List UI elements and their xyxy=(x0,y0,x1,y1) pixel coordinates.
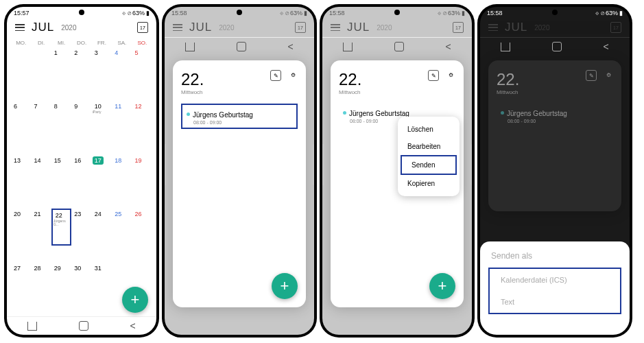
settings-icon[interactable]: ⚙ xyxy=(446,70,455,80)
note-icon[interactable]: ✎ xyxy=(428,70,439,81)
send-as-sheet: Senden als Kalenderdatei (ICS) Text xyxy=(480,241,630,335)
nav-recent[interactable] xyxy=(27,322,37,331)
menu-icon[interactable] xyxy=(15,24,25,31)
today-icon[interactable]: 17 xyxy=(137,22,148,33)
settings-icon[interactable]: ⚙ xyxy=(288,70,298,80)
phone-screen-1: 15:57 ⟐ ⊘ 63%▮ JUL 2020 17 MO.DI.MI.DO.F… xyxy=(4,4,159,338)
phone-screen-3: 15:58⟐ ⊘ 63%▮ JUL202017 22.Mittwoch ✎⚙ J… xyxy=(320,4,475,338)
color-dot-icon xyxy=(187,113,190,116)
menu-delete[interactable]: Löschen xyxy=(398,121,460,138)
menu-edit[interactable]: Bearbeiten xyxy=(398,138,460,155)
menu-copy[interactable]: Kopieren xyxy=(398,175,460,192)
year-label: 2020 xyxy=(61,24,76,32)
context-menu: Löschen Bearbeiten Senden Kopieren xyxy=(398,117,460,196)
nav-back[interactable]: < xyxy=(130,320,135,331)
nav-bar: < xyxy=(7,316,156,335)
selected-day-22[interactable]: 22Jürgens G... xyxy=(51,209,71,246)
nav-home[interactable] xyxy=(79,321,88,331)
note-icon[interactable]: ✎ xyxy=(270,70,281,81)
calendar-header: JUL 2020 17 xyxy=(7,16,156,37)
day-card-dim: 22.Mittwoch ✎⚙ Jürgens Geburtstag 08:00 … xyxy=(488,60,621,211)
add-event-fab[interactable]: + xyxy=(272,273,298,299)
add-event-fab[interactable]: + xyxy=(122,287,148,313)
add-event-fab[interactable]: + xyxy=(429,273,455,299)
day-card: 22.Mittwoch ✎⚙ Jürgens Geburtstag 08:00 … xyxy=(173,60,306,307)
weekday-row: MO.DI.MI.DO.FR.SA.SO. xyxy=(7,37,156,47)
month-label[interactable]: JUL xyxy=(32,21,54,34)
menu-send-highlighted[interactable]: Senden xyxy=(401,155,457,175)
sheet-title: Senden als xyxy=(480,251,630,268)
day-number: 22. xyxy=(181,70,204,89)
calendar-grid[interactable]: 12345 678910iParty1112 13141516171819 20… xyxy=(7,47,156,316)
phone-screen-4: 15:58⟐ ⊘ 63%▮ JUL202017 22.Mittwoch ✎⚙ J… xyxy=(477,4,632,338)
phone-screen-2: 15:58⟐ ⊘ 63%▮ JUL202017 22.Mittwoch ✎⚙ J… xyxy=(162,4,317,338)
event-item-highlighted[interactable]: Jürgens Geburtstag 08:00 - 09:00 xyxy=(181,104,298,129)
option-text[interactable]: Text xyxy=(490,291,620,313)
option-ics[interactable]: Kalenderdatei (ICS) xyxy=(490,269,620,291)
